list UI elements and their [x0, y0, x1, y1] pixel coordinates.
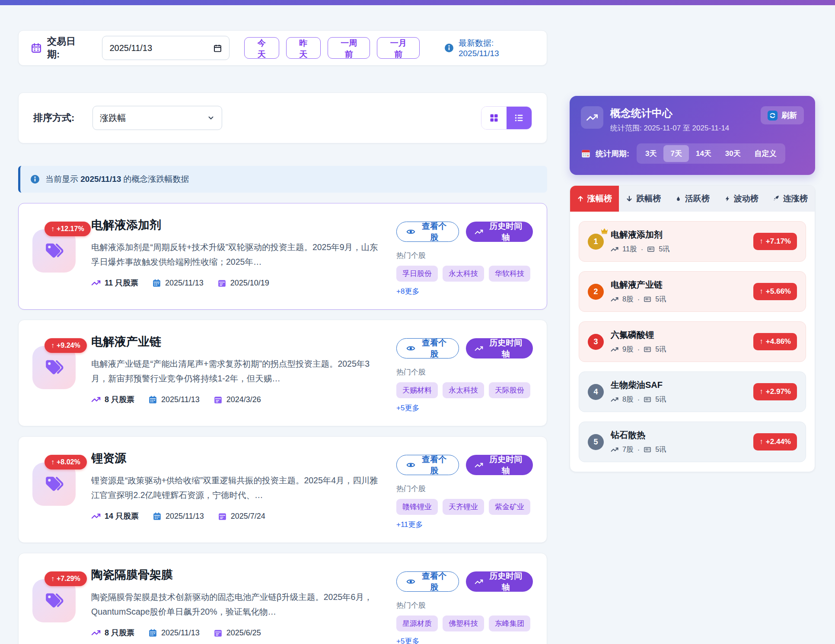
date-input[interactable] — [102, 36, 229, 60]
tab-volatility[interactable]: 波动榜 — [717, 186, 766, 212]
rank-info: 六氟磷酸锂 9股 · 5讯 — [611, 329, 746, 354]
tab-active[interactable]: 活跃榜 — [668, 186, 717, 212]
rank-number: 1 — [588, 234, 604, 250]
ranking-tabs: 涨幅榜 跌幅榜 活跃榜 波动榜 连涨榜 — [570, 186, 815, 212]
date-input-value[interactable] — [109, 43, 187, 53]
rank-info: 电解液添加剂 11股 · 5讯 — [611, 229, 746, 254]
rank-meta: 8股 · 5讯 — [611, 395, 746, 404]
current-view-banner: 当前显示 2025/11/13 的概念涨跌幅数据 — [18, 166, 547, 193]
stock-tag[interactable]: 孚日股份 — [396, 266, 438, 282]
rank-number: 2 — [588, 284, 604, 300]
concept-title: 陶瓷隔膜骨架膜 — [91, 567, 381, 583]
stock-tag[interactable]: 天际股份 — [489, 382, 530, 398]
period-3d[interactable]: 3天 — [638, 145, 663, 162]
concept-stats: 11 只股票 2025/11/13 2025/10/19 — [91, 278, 381, 288]
more-stocks-link[interactable]: +5更多 — [396, 636, 419, 644]
trend-chart-icon — [91, 278, 101, 288]
stock-tag[interactable]: 佛塑科技 — [443, 615, 484, 631]
arrow-up-icon: ↑ — [51, 575, 54, 583]
week-ago-button[interactable]: 一周前 — [328, 37, 370, 59]
stock-count-stat: 8 只股票 — [91, 394, 134, 405]
period-30d[interactable]: 30天 — [718, 145, 748, 162]
view-stocks-button[interactable]: 查看个股 — [396, 571, 459, 592]
stock-tag[interactable]: 华软科技 — [489, 266, 530, 282]
change-badge: ↑ +9.24% — [45, 338, 87, 353]
rank-concept-name: 六氟磷酸锂 — [611, 329, 746, 341]
calendar-blue-icon — [152, 279, 161, 288]
concept-body: 陶瓷隔膜骨架膜 陶瓷隔膜骨架膜是技术创新驱动的固态电池产业链β升级主题。2025… — [91, 566, 381, 644]
concept-buttons: 查看个股 历史时间轴 — [396, 571, 533, 592]
concept-body: 电解液添加剂 电解液添加剂是“周期反转+技术升级”双轮驱动的投资主题。2025年… — [91, 216, 381, 296]
stock-tag[interactable]: 赣锋锂业 — [396, 499, 438, 515]
rank-item[interactable]: 4 生物柴油SAF 8股 · 5讯 ↑ +2.97% — [579, 371, 806, 412]
quick-date-buttons: 今天 昨天 一周前 一月前 — [244, 37, 420, 59]
stock-tag[interactable]: 天齐锂业 — [443, 499, 484, 515]
calendar-purple-icon — [214, 395, 223, 404]
rank-stocks-count: 9股 — [622, 345, 634, 354]
list-view-button[interactable] — [507, 107, 532, 129]
stats-center-header: 概念统计中心 统计范围: 2025-11-07 至 2025-11-14 刷新 … — [570, 96, 815, 175]
rank-item[interactable]: 3 六氟磷酸锂 9股 · 5讯 ↑ +4.86% — [579, 321, 806, 362]
calendar-purple-icon — [218, 512, 227, 521]
grid-view-button[interactable] — [481, 107, 507, 129]
calendar-purple-icon — [217, 279, 226, 288]
rank-number: 5 — [588, 434, 604, 450]
more-stocks-link[interactable]: +8更多 — [396, 286, 419, 296]
rank-item[interactable]: 2 电解液产业链 8股 · 5讯 ↑ +5.66% — [579, 271, 806, 312]
view-stocks-button[interactable]: 查看个股 — [396, 222, 459, 242]
calendar-blue-icon — [153, 512, 162, 521]
tags-icon — [44, 241, 64, 261]
history-timeline-button[interactable]: 历史时间轴 — [466, 222, 533, 242]
mini-chart-icon — [611, 245, 618, 253]
mini-chart-icon — [611, 346, 618, 353]
hot-stock-tags: 赣锋锂业 天齐锂业 紫金矿业 +11更多 — [396, 499, 533, 530]
today-button[interactable]: 今天 — [244, 37, 279, 59]
period-14d[interactable]: 14天 — [689, 145, 718, 162]
concept-body: 锂资源 锂资源是“政策驱动+供给收缩”双重逻辑共振的投资主题。2025年4月，四… — [91, 450, 381, 530]
stock-tag[interactable]: 永太科技 — [443, 266, 484, 282]
hot-stocks-label: 热门个股 — [396, 484, 533, 494]
stock-tag[interactable]: 星源材质 — [396, 615, 438, 631]
rank-list: 1 电解液添加剂 11股 · 5讯 ↑ +7.17% 2 — [570, 212, 815, 472]
history-timeline-button[interactable]: 历史时间轴 — [466, 571, 533, 592]
period-custom[interactable]: 自定义 — [748, 145, 784, 162]
history-timeline-button[interactable]: 历史时间轴 — [466, 455, 533, 475]
sort-select[interactable]: 涨跌幅 — [92, 106, 222, 130]
history-timeline-button[interactable]: 历史时间轴 — [466, 338, 533, 358]
date-picker-icon[interactable] — [213, 44, 222, 53]
concept-actions: 查看个股 历史时间轴 热门个股 孚日股份 永太科技 华软科技 +8更多 — [396, 216, 533, 296]
more-stocks-link[interactable]: +5更多 — [396, 403, 419, 413]
stock-tag[interactable]: 紫金矿业 — [489, 499, 530, 515]
month-ago-button[interactable]: 一月前 — [377, 37, 420, 59]
tab-gainers[interactable]: 涨幅榜 — [570, 186, 619, 212]
tab-losers[interactable]: 跌幅榜 — [619, 186, 668, 212]
refresh-button[interactable]: 刷新 — [761, 106, 804, 124]
hot-stock-tags: 孚日股份 永太科技 华软科技 +8更多 — [396, 266, 533, 296]
timeline-chart-icon — [475, 577, 483, 586]
stock-tag[interactable]: 永太科技 — [443, 382, 484, 398]
stock-count-stat: 11 只股票 — [91, 278, 138, 288]
change-badge: ↑ +12.17% — [45, 222, 91, 236]
trade-date-stat: 2025/11/13 — [148, 395, 200, 404]
update-date-stat: 2025/10/19 — [217, 279, 269, 288]
rank-item[interactable]: 5 钻石散热 7股 · 5讯 ↑ +2.44% — [579, 422, 806, 462]
rank-concept-name: 生物柴油SAF — [611, 379, 746, 391]
rank-item[interactable]: 1 电解液添加剂 11股 · 5讯 ↑ +7.17% — [579, 221, 806, 262]
more-stocks-link[interactable]: +11更多 — [396, 520, 423, 530]
stock-tag[interactable]: 东峰集团 — [489, 615, 530, 631]
eye-icon — [406, 577, 415, 586]
rocket-icon — [773, 195, 780, 202]
dot-separator: · — [637, 346, 640, 354]
yesterday-button[interactable]: 昨天 — [286, 37, 321, 59]
rank-change-badge: ↑ +7.17% — [753, 233, 797, 250]
rank-concept-name: 电解液产业链 — [611, 279, 746, 291]
stock-tag[interactable]: 天赐材料 — [396, 382, 438, 398]
period-7d[interactable]: 7天 — [663, 145, 688, 162]
rank-info: 生物柴油SAF 8股 · 5讯 — [611, 379, 746, 404]
period-group: 3天 7天 14天 30天 自定义 — [637, 143, 785, 164]
arrow-up-icon: ↑ — [51, 225, 54, 233]
tab-streak[interactable]: 连涨榜 — [766, 186, 815, 212]
view-stocks-button[interactable]: 查看个股 — [396, 338, 459, 358]
hot-stocks-label: 热门个股 — [396, 251, 533, 260]
view-stocks-button[interactable]: 查看个股 — [396, 455, 459, 475]
